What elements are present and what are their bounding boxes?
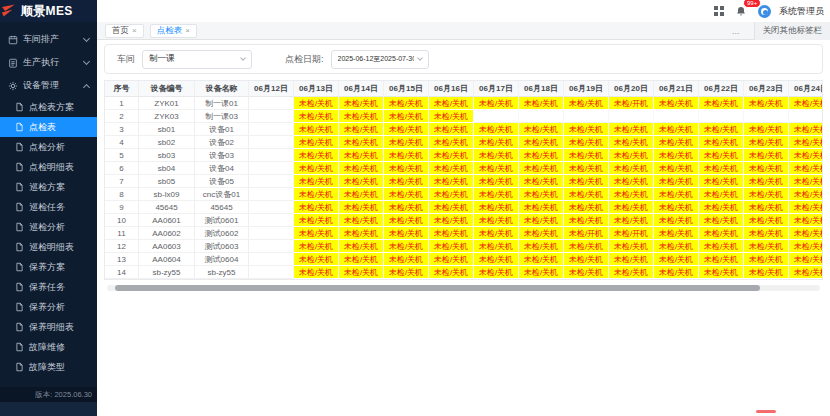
status-cell[interactable]: 未检/关机	[789, 162, 823, 175]
status-cell[interactable]: 未检/关机	[384, 123, 429, 136]
status-cell[interactable]: 未检/关机	[429, 253, 474, 266]
status-cell[interactable]: 未检/关机	[744, 227, 789, 240]
status-cell[interactable]: 未检/关机	[384, 227, 429, 240]
sidebar-item-0[interactable]: 点检表方案	[0, 97, 97, 117]
tab-inspection-sheet[interactable]: 点检表 ×	[150, 24, 197, 38]
status-cell[interactable]: 未检/关机	[654, 97, 699, 110]
status-cell[interactable]: 未检/关机	[339, 227, 384, 240]
status-cell[interactable]: 未检/关机	[654, 201, 699, 214]
status-cell[interactable]: 未检/关机	[654, 266, 699, 279]
status-cell[interactable]: 未检/关机	[474, 175, 519, 188]
sidebar-item-4[interactable]: 巡检方案	[0, 177, 97, 197]
status-cell[interactable]: 未检/关机	[384, 266, 429, 279]
status-cell[interactable]: 未检/关机	[654, 175, 699, 188]
sidebar-item-11[interactable]: 保养明细表	[0, 317, 97, 337]
status-cell[interactable]: 未检/关机	[564, 266, 609, 279]
status-cell[interactable]: 未检/关机	[744, 188, 789, 201]
status-cell[interactable]: 未检/关机	[474, 149, 519, 162]
status-cell[interactable]: 未检/关机	[564, 240, 609, 253]
sidebar-item-6[interactable]: 巡检分析	[0, 217, 97, 237]
status-cell[interactable]: 未检/关机	[429, 136, 474, 149]
close-icon[interactable]: ×	[132, 26, 137, 35]
sidebar-item-9[interactable]: 保养任务	[0, 277, 97, 297]
status-cell[interactable]: 未检/关机	[519, 214, 564, 227]
status-cell[interactable]: 未检/关机	[564, 214, 609, 227]
status-cell[interactable]: 未检/开机	[609, 97, 654, 110]
sidebar-item-12[interactable]: 故障维修	[0, 337, 97, 357]
status-cell[interactable]: 未检/关机	[654, 253, 699, 266]
avatar[interactable]	[758, 5, 771, 18]
status-cell[interactable]: 未检/关机	[789, 97, 823, 110]
status-cell[interactable]: 未检/关机	[384, 136, 429, 149]
status-cell[interactable]: 未检/关机	[654, 123, 699, 136]
horizontal-scrollbar-track[interactable]	[107, 285, 820, 291]
status-cell[interactable]: 未检/关机	[294, 188, 339, 201]
status-cell[interactable]: 未检/关机	[744, 149, 789, 162]
tab-home[interactable]: 首页 ×	[105, 24, 144, 38]
status-cell[interactable]: 未检/关机	[789, 188, 823, 201]
status-cell[interactable]: 未检/关机	[339, 253, 384, 266]
status-cell[interactable]: 未检/关机	[294, 227, 339, 240]
status-cell[interactable]: 未检/关机	[564, 188, 609, 201]
status-cell[interactable]: 未检/关机	[474, 240, 519, 253]
status-cell[interactable]: 未检/关机	[744, 266, 789, 279]
status-cell[interactable]: 未检/关机	[474, 201, 519, 214]
status-cell[interactable]: 未检/关机	[429, 240, 474, 253]
close-icon[interactable]: ×	[185, 26, 190, 35]
status-cell[interactable]: 未检/关机	[609, 136, 654, 149]
table-row[interactable]: 4sb02设备02未检/关机未检/关机未检/关机未检/关机未检/关机未检/关机未…	[105, 136, 823, 149]
status-cell[interactable]: 未检/关机	[789, 136, 823, 149]
status-cell[interactable]: 未检/关机	[294, 123, 339, 136]
table-row[interactable]: 13AA0604测试0604未检/关机未检/关机未检/关机未检/关机未检/关机未…	[105, 253, 823, 266]
status-cell[interactable]: 未检/关机	[564, 149, 609, 162]
status-cell[interactable]: 未检/开机	[564, 227, 609, 240]
status-cell[interactable]: 未检/关机	[654, 136, 699, 149]
status-cell[interactable]: 未检/关机	[519, 97, 564, 110]
sidebar-item-3[interactable]: 点检明细表	[0, 157, 97, 177]
status-cell[interactable]: 未检/关机	[429, 201, 474, 214]
status-cell[interactable]: 未检/关机	[744, 136, 789, 149]
status-cell[interactable]: 未检/关机	[339, 110, 384, 123]
status-cell[interactable]: 未检/关机	[699, 240, 744, 253]
table-row[interactable]: 5sb03设备03未检/关机未检/关机未检/关机未检/关机未检/关机未检/关机未…	[105, 149, 823, 162]
sidebar-item-8[interactable]: 保养方案	[0, 257, 97, 277]
status-cell[interactable]: 未检/关机	[789, 201, 823, 214]
sidebar-group-equipment-management[interactable]: 设备管理	[0, 74, 97, 97]
status-cell[interactable]: 未检/关机	[564, 175, 609, 188]
status-cell[interactable]: 未检/关机	[744, 253, 789, 266]
status-cell[interactable]: 未检/关机	[429, 227, 474, 240]
status-cell[interactable]: 未检/关机	[384, 201, 429, 214]
status-cell[interactable]: 未检/关机	[339, 201, 384, 214]
status-cell[interactable]: 未检/关机	[294, 97, 339, 110]
status-cell[interactable]: 未检/关机	[699, 136, 744, 149]
status-cell[interactable]: 未检/关机	[699, 123, 744, 136]
table-row[interactable]: 2ZYK03制一课03未检/关机未检/关机未检/关机未检/关机	[105, 110, 823, 123]
status-cell[interactable]: 未检/关机	[429, 149, 474, 162]
status-cell[interactable]: 未检/关机	[519, 162, 564, 175]
tab-more-button[interactable]: ...	[724, 26, 748, 36]
status-cell[interactable]: 未检/关机	[339, 214, 384, 227]
status-cell[interactable]: 未检/关机	[744, 214, 789, 227]
status-cell[interactable]: 未检/关机	[474, 253, 519, 266]
status-cell[interactable]: 未检/关机	[609, 162, 654, 175]
status-cell[interactable]: 未检/关机	[699, 175, 744, 188]
status-cell[interactable]: 未检/关机	[564, 162, 609, 175]
status-cell[interactable]: 未检/关机	[789, 227, 823, 240]
status-cell[interactable]: 未检/关机	[384, 149, 429, 162]
status-cell[interactable]: 未检/关机	[519, 175, 564, 188]
sidebar-item-1-active[interactable]: 点检表	[0, 117, 97, 137]
status-cell[interactable]: 未检/关机	[339, 97, 384, 110]
status-cell[interactable]: 未检/关机	[699, 97, 744, 110]
workshop-select[interactable]: 制一课	[142, 50, 252, 69]
status-cell[interactable]: 未检/关机	[744, 175, 789, 188]
status-cell[interactable]: 未检/关机	[294, 175, 339, 188]
status-cell[interactable]: 未检/关机	[609, 175, 654, 188]
status-cell[interactable]: 未检/关机	[429, 162, 474, 175]
status-cell[interactable]: 未检/关机	[789, 214, 823, 227]
status-cell[interactable]: 未检/关机	[789, 240, 823, 253]
status-cell[interactable]: 未检/关机	[429, 123, 474, 136]
status-cell[interactable]: 未检/关机	[384, 253, 429, 266]
status-cell[interactable]: 未检/关机	[429, 266, 474, 279]
status-cell[interactable]: 未检/关机	[294, 136, 339, 149]
status-cell[interactable]: 未检/关机	[654, 162, 699, 175]
